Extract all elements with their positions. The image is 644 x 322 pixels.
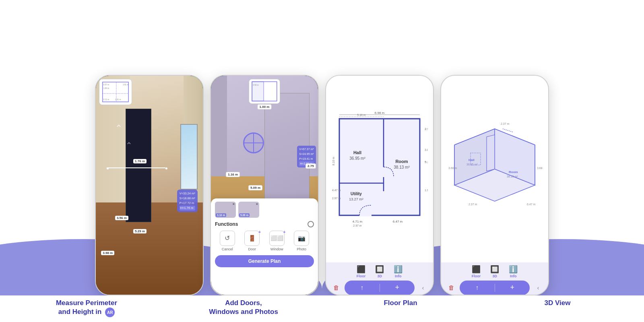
- phone3-floor-plan: Hall 36.95 m² Room 38.13 m² Utility 13.2…: [325, 75, 434, 295]
- caption-4: 3D View: [479, 299, 636, 308]
- svg-text:8.10 m: 8.10 m: [332, 157, 335, 165]
- svg-text:1.81 m: 1.81 m: [123, 84, 128, 86]
- svg-text:2.97 m: 2.97 m: [353, 224, 362, 227]
- share-add-bar-p3[interactable]: ↑ +: [345, 281, 415, 295]
- 3d-icon-p3: 🔲: [375, 265, 384, 274]
- functions-title: Functions: [215, 221, 238, 227]
- window-button[interactable]: ⬜⬜ + Window: [269, 231, 285, 251]
- thumb2-label: 5.09 m: [239, 213, 250, 217]
- svg-text:2.97 m: 2.97 m: [332, 197, 341, 200]
- tab-floor-p3[interactable]: ⬛ Floor: [357, 265, 366, 278]
- close-icon-1[interactable]: ×: [233, 202, 235, 206]
- chevron-up2-icon: ⌃: [126, 141, 132, 149]
- info-icon-p3: ℹ️: [394, 265, 402, 274]
- svg-text:2.37 m: 2.37 m: [501, 122, 510, 125]
- meas-1.76m: 1.76 m: [133, 159, 147, 163]
- generate-plan-button[interactable]: Generate Plan: [215, 255, 314, 267]
- back-button-p4[interactable]: ‹: [532, 282, 544, 294]
- svg-text:Hall: Hall: [469, 158, 475, 162]
- caption-3: Floor Plan: [322, 299, 479, 308]
- svg-text:1.64 m: 1.64 m: [103, 87, 109, 89]
- svg-text:5.16 m: 5.16 m: [357, 114, 366, 116]
- svg-text:13.27 m²: 13.27 m²: [349, 197, 363, 201]
- add-icon-p3[interactable]: +: [380, 283, 415, 292]
- svg-text:4.47 m: 4.47 m: [332, 189, 341, 192]
- svg-text:2.54 m: 2.54 m: [425, 127, 428, 131]
- svg-text:4.71 m: 4.71 m: [353, 220, 363, 223]
- add-icon-p4[interactable]: +: [495, 283, 530, 292]
- svg-text:36.95 m²: 36.95 m²: [466, 163, 478, 166]
- gear-icon[interactable]: [308, 221, 314, 227]
- meas-3.98m: 3.98 m: [101, 251, 114, 255]
- cancel-button[interactable]: ↺ Cancel: [220, 231, 235, 251]
- svg-text:3.03 m: 3.03 m: [425, 149, 428, 151]
- 3d-icon-p4: 🔲: [490, 265, 499, 274]
- tab-3d-p4[interactable]: 🔲 3D: [490, 265, 499, 278]
- svg-text:38.13 m²: 38.13 m²: [507, 175, 518, 178]
- chevron-up-icon: ⌃: [115, 124, 122, 133]
- svg-text:38.13 m²: 38.13 m²: [394, 165, 410, 169]
- floor-icon-p3: ⬛: [357, 265, 365, 274]
- door-button[interactable]: 🚪 + Door: [244, 231, 260, 251]
- svg-text:36.95 m²: 36.95 m²: [349, 156, 365, 161]
- plus-badge-window: +: [283, 229, 285, 234]
- photo-button[interactable]: 📷 Photo: [294, 231, 309, 251]
- delete-button-p3[interactable]: 🗑: [330, 282, 342, 294]
- share-icon-p4[interactable]: ↑: [460, 284, 495, 291]
- svg-text:Hall: Hall: [353, 150, 361, 155]
- phone2-functions: 4.59 m V=67.37 m³ S=24.95 m² P=19.41 m H…: [210, 75, 319, 295]
- svg-marker-40: [487, 135, 495, 171]
- meas-3.56m: 3.56 m: [115, 216, 128, 220]
- svg-text:6.47 m: 6.47 m: [393, 220, 403, 223]
- meas-2.75: 2.75: [305, 163, 316, 169]
- tab-info-p4[interactable]: ℹ️ Info: [509, 265, 518, 278]
- svg-line-54: [503, 129, 513, 132]
- svg-text:0.57 m: 0.57 m: [103, 84, 109, 86]
- functions-panel: × 3.10 m × 5.09 m Functions: [211, 198, 318, 295]
- share-add-bar-p4[interactable]: ↑ +: [460, 281, 530, 295]
- thumbnail-1: × 3.10 m: [215, 202, 236, 218]
- svg-text:3.68 m: 3.68 m: [537, 167, 543, 169]
- thumb1-label: 3.10 m: [216, 213, 226, 217]
- share-icon-p3[interactable]: ↑: [345, 284, 380, 291]
- svg-text:6.47 m: 6.47 m: [527, 203, 536, 206]
- info-icon-p4: ℹ️: [509, 265, 518, 274]
- svg-text:1.99 m: 1.99 m: [425, 189, 428, 192]
- meas-5.09m: 5.09 m: [248, 185, 262, 190]
- phone1-ar-measure: 0.57 m 1.64 m 1.81 m 0.11 m 1.91 m ⌃ ⌃: [95, 75, 204, 295]
- plus-badge-door: +: [258, 229, 261, 234]
- 3d-view-svg: Hall 36.95 m² Room 38.13 m² 2.37 m 2.37 …: [446, 113, 543, 225]
- floor-icon-p4: ⬛: [472, 265, 481, 274]
- delete-button-p4[interactable]: 🗑: [445, 282, 457, 294]
- caption-1: Measure Perimeter and Height in AR: [8, 299, 165, 317]
- svg-text:0.11 m: 0.11 m: [103, 99, 109, 101]
- svg-text:4.59 m: 4.59 m: [253, 84, 259, 86]
- ar-badge: AR: [105, 308, 115, 317]
- ar-info-box: V=33.24 m³ S=18.88 m² P=17.72 m H=1.76 m: [177, 190, 198, 212]
- svg-text:2.37 m: 2.37 m: [469, 203, 477, 206]
- svg-text:6.98 m: 6.98 m: [375, 111, 385, 115]
- tab-info-p3[interactable]: ℹ️ Info: [394, 265, 402, 278]
- svg-text:5.29 m: 5.29 m: [425, 160, 428, 164]
- close-icon-2[interactable]: ×: [256, 202, 258, 206]
- phone4-3d-view: Hall 36.95 m² Room 38.13 m² 2.37 m 2.37 …: [440, 75, 549, 295]
- meas-1.16m: 1.16 m: [226, 172, 240, 177]
- thumbnail-2: × 5.09 m: [238, 202, 259, 218]
- meas-5.29m: 5.29 m: [133, 229, 147, 233]
- svg-text:Utility: Utility: [351, 192, 362, 196]
- svg-text:3.68 m: 3.68 m: [448, 167, 457, 169]
- meas-1.00m: 1.00 m: [258, 104, 272, 109]
- floor-plan-svg: Hall 36.95 m² Room 38.13 m² Utility 13.2…: [331, 111, 428, 227]
- svg-text:Room: Room: [395, 159, 408, 164]
- caption-2: Add Doors, Windows and Photos: [165, 299, 322, 316]
- tab-floor-p4[interactable]: ⬛ Floor: [472, 265, 481, 278]
- tab-3d-p3[interactable]: 🔲 3D: [375, 265, 384, 278]
- back-button-p3[interactable]: ‹: [417, 282, 429, 294]
- svg-text:Room: Room: [509, 170, 518, 174]
- svg-text:1.91 m: 1.91 m: [115, 99, 121, 101]
